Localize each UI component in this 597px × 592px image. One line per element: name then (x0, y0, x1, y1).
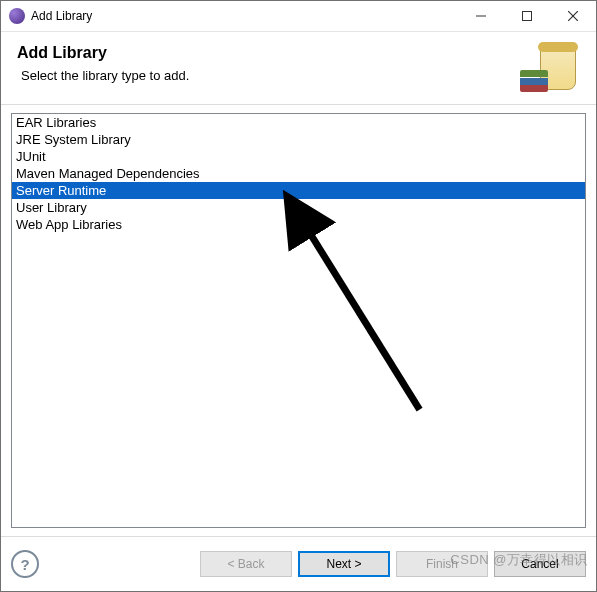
window-controls (458, 1, 596, 31)
list-item[interactable]: Server Runtime (12, 182, 585, 199)
help-button[interactable]: ? (11, 550, 39, 578)
back-button[interactable]: < Back (200, 551, 292, 577)
finish-button[interactable]: Finish (396, 551, 488, 577)
app-icon (9, 8, 25, 24)
minimize-button[interactable] (458, 1, 504, 31)
wizard-header-text: Add Library Select the library type to a… (17, 44, 516, 83)
content-area: EAR LibrariesJRE System LibraryJUnitMave… (1, 105, 596, 536)
button-bar: ? < Back Next > Finish Cancel (1, 536, 596, 591)
list-item[interactable]: Web App Libraries (12, 216, 585, 233)
list-item[interactable]: Maven Managed Dependencies (12, 165, 585, 182)
titlebar: Add Library (1, 1, 596, 32)
wizard-subtitle: Select the library type to add. (21, 68, 516, 83)
wizard-header: Add Library Select the library type to a… (1, 32, 596, 104)
dialog-window: Add Library Add Library Select the libra… (0, 0, 597, 592)
list-item[interactable]: JUnit (12, 148, 585, 165)
jar-icon (516, 44, 580, 94)
window-title: Add Library (31, 9, 458, 23)
maximize-button[interactable] (504, 1, 550, 31)
close-button[interactable] (550, 1, 596, 31)
list-item[interactable]: EAR Libraries (12, 114, 585, 131)
svg-rect-1 (523, 12, 532, 21)
cancel-button[interactable]: Cancel (494, 551, 586, 577)
wizard-title: Add Library (17, 44, 516, 62)
help-icon-glyph: ? (20, 556, 29, 573)
list-item[interactable]: JRE System Library (12, 131, 585, 148)
next-button[interactable]: Next > (298, 551, 390, 577)
library-type-list[interactable]: EAR LibrariesJRE System LibraryJUnitMave… (11, 113, 586, 528)
list-item[interactable]: User Library (12, 199, 585, 216)
